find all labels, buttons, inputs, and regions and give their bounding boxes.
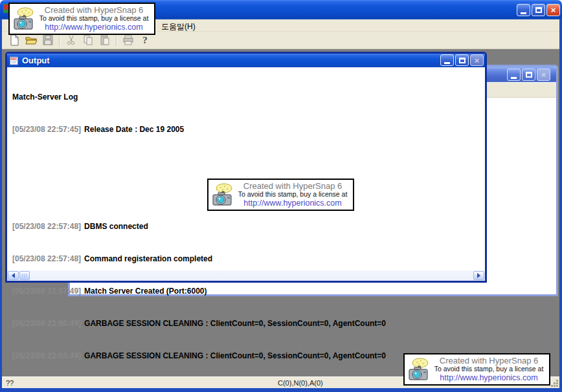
status-text: ??	[6, 379, 14, 387]
stamp-subtitle: To avoid this stamp, buy a license at	[235, 191, 350, 199]
arrow-right-icon	[477, 273, 483, 278]
output-maximize-button[interactable]	[455, 54, 469, 66]
stamp-title: Created with HyperSnap 6	[431, 356, 546, 366]
stamp-url: http://www.hyperionics.com	[235, 199, 350, 208]
save-icon	[42, 34, 54, 46]
close-icon: ×	[475, 56, 480, 65]
camera-icon	[212, 183, 235, 206]
camera-icon	[13, 7, 36, 30]
output-minimize-button[interactable]	[440, 54, 454, 66]
status-counters: C(0),N(0),A(0)	[278, 379, 323, 387]
close-icon: ×	[551, 6, 556, 14]
close-button[interactable]: ×	[546, 4, 560, 16]
log-line: [05/23/08 23:00:49]GARBAGE SESSION CLEAN…	[12, 319, 485, 328]
toolbar-separator	[59, 34, 60, 47]
output-window: DOC Output × Match-Server Log [05/23/08 …	[5, 52, 487, 283]
log-line: [05/23/08 22:57:48]Command registeration…	[12, 254, 485, 263]
new-file-icon	[8, 34, 20, 46]
output-window-title: Output	[22, 56, 50, 65]
mdi-area: × DOC Output ×	[2, 49, 559, 376]
maximize-icon	[526, 72, 532, 78]
application-window: × 도움말(H)	[0, 0, 562, 392]
scrollbar-thumb[interactable]	[19, 271, 30, 280]
window-frame-right	[559, 19, 562, 392]
minimize-icon	[444, 62, 450, 64]
horizontal-scrollbar[interactable]	[7, 270, 485, 281]
stamp-title: Created with HyperSnap 6	[235, 182, 350, 191]
copy-icon	[82, 34, 94, 46]
maximize-button[interactable]	[532, 4, 545, 16]
document-icon: DOC	[9, 56, 19, 66]
stamp-url: http://www.hyperionics.com	[36, 23, 152, 32]
svg-text:DOC: DOC	[10, 57, 17, 60]
stamp-url: http://www.hyperionics.com	[431, 373, 546, 382]
minimize-icon	[511, 77, 517, 79]
open-folder-icon	[25, 34, 37, 46]
print-icon	[122, 34, 134, 46]
minimize-button[interactable]	[517, 4, 530, 16]
log-output: Match-Server Log [05/23/08 22:57:45]Rele…	[7, 67, 485, 376]
hypersnap-stamp: Created with HyperSnap 6 To avoid this s…	[403, 353, 550, 386]
hypersnap-stamp: Created with HyperSnap 6 To avoid this s…	[207, 179, 354, 211]
scroll-left-button[interactable]	[8, 271, 19, 280]
log-line: [05/23/08 22:57:48]DBMS connected	[12, 222, 485, 231]
output-titlebar[interactable]: DOC Output ×	[7, 54, 485, 67]
arrow-left-icon	[9, 273, 15, 278]
log-line: Match-Server Log	[12, 93, 485, 102]
scroll-right-button[interactable]	[473, 271, 484, 280]
stamp-title: Created with HyperSnap 6	[36, 6, 152, 16]
log-line: [05/23/08 22:57:49]Match Server Created …	[12, 287, 485, 296]
minimize-icon	[521, 12, 526, 14]
bg-maximize-button[interactable]	[522, 69, 535, 81]
stamp-subtitle: To avoid this stamp, buy a license at	[431, 365, 546, 373]
svg-text:?: ?	[142, 35, 148, 45]
stamp-subtitle: To avoid this stamp, buy a license at	[36, 15, 152, 23]
cut-icon	[65, 34, 77, 46]
bg-minimize-button[interactable]	[507, 69, 521, 81]
toolbar-separator	[116, 34, 117, 47]
help-icon: ?	[139, 34, 151, 46]
maximize-icon	[459, 58, 466, 63]
close-icon: ×	[541, 71, 546, 79]
output-client-area: Match-Server Log [05/23/08 22:57:45]Rele…	[7, 67, 485, 281]
paste-icon	[99, 34, 111, 46]
output-close-button: ×	[470, 54, 484, 66]
camera-icon	[408, 358, 431, 381]
log-line: [05/23/08 22:57:45]Release Date : Dec 19…	[12, 125, 485, 134]
resize-grip[interactable]	[550, 379, 559, 387]
hypersnap-stamp: Created with HyperSnap 6 To avoid this s…	[8, 3, 155, 35]
log-line	[12, 157, 485, 166]
bg-close-button: ×	[537, 69, 550, 81]
maximize-icon	[535, 7, 542, 13]
window-frame-bottom	[0, 388, 562, 392]
